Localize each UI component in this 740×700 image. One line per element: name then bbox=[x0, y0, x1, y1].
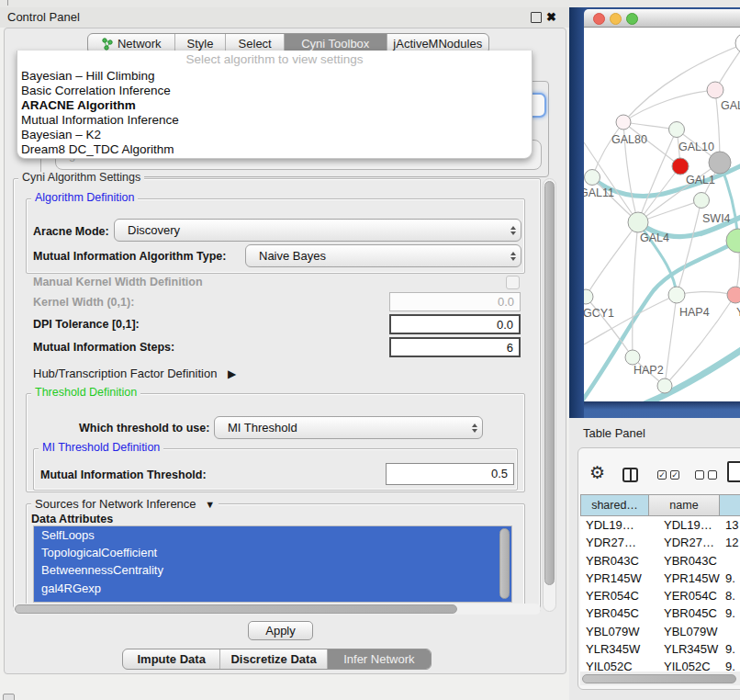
node[interactable] bbox=[735, 33, 740, 53]
node-y[interactable] bbox=[727, 287, 740, 303]
settings-scrollbar-thumb[interactable] bbox=[544, 181, 555, 585]
hub-definition-expander[interactable]: Hub/Transcription Factor Definition ▶ bbox=[33, 367, 236, 380]
network-icon bbox=[101, 38, 114, 51]
sources-collapser[interactable]: Sources for Network Inference ▼ bbox=[31, 497, 219, 511]
table-row[interactable]: YDR27…YDR27…12 bbox=[580, 534, 740, 551]
table-row[interactable]: YPR145WYPR145W9. bbox=[580, 570, 740, 587]
float-window-icon[interactable] bbox=[531, 12, 542, 23]
table-hscrollbar-thumb[interactable] bbox=[582, 674, 736, 683]
node-gal4[interactable] bbox=[628, 212, 648, 232]
node-gal80[interactable] bbox=[616, 115, 631, 130]
settings-hscrollbar-thumb[interactable] bbox=[15, 604, 457, 614]
checked-checkbox-icon[interactable]: ✓ bbox=[670, 470, 679, 480]
control-panel-titlebar: Control Panel bbox=[0, 7, 569, 28]
stepper-icon bbox=[506, 252, 521, 261]
dpi-tolerance-label: DPI Tolerance [0,1]: bbox=[33, 318, 140, 331]
aracne-mode-label: Aracne Mode: bbox=[33, 225, 109, 238]
close-icon[interactable]: ✖ bbox=[546, 8, 556, 27]
column-header-partial[interactable] bbox=[719, 494, 740, 516]
node-hap2[interactable] bbox=[625, 350, 640, 365]
node-labels: GAL GAL80 GAL10 GAL1 GAL11 SWI4 GAL4 GCY… bbox=[584, 99, 740, 377]
list-item-betweennesscentrality[interactable]: BetweennessCentrality bbox=[34, 561, 511, 579]
node-gal10[interactable] bbox=[669, 122, 685, 138]
node-gal1[interactable] bbox=[672, 158, 689, 175]
document-icon[interactable] bbox=[727, 461, 740, 482]
dropdown-item-mutual-information[interactable]: Mutual Information Inference bbox=[17, 113, 532, 128]
aracne-mode-combobox[interactable]: Discovery bbox=[114, 219, 521, 242]
dropdown-item-bayesian-k2[interactable]: Bayesian – K2 bbox=[17, 128, 532, 142]
tab-infer-network[interactable]: Infer Network bbox=[327, 649, 431, 669]
data-attributes-label: Data Attributes bbox=[31, 513, 113, 525]
unchecked-checkbox-icon[interactable] bbox=[708, 470, 717, 480]
close-traffic-light-icon[interactable] bbox=[593, 13, 605, 25]
collapse-down-icon[interactable]: ▼ bbox=[205, 499, 215, 510]
column-header-shared[interactable]: shared… bbox=[580, 494, 649, 516]
mi-steps-field[interactable]: 6 bbox=[389, 337, 521, 357]
control-panel-title: Control Panel bbox=[7, 10, 80, 24]
label-gal4: GAL4 bbox=[640, 231, 669, 244]
column-header-name[interactable]: name bbox=[648, 494, 720, 516]
network-frame-edge bbox=[569, 7, 584, 418]
collapsed-panel-icon[interactable] bbox=[3, 694, 15, 700]
expand-right-icon[interactable]: ▶ bbox=[228, 367, 236, 380]
algorithm-dropdown-list: Select algorithm to view settings Bayesi… bbox=[17, 51, 533, 159]
dropdown-item-aracne[interactable]: ARACNE Algorithm bbox=[17, 98, 532, 113]
table-row[interactable]: YBR045CYBR045C9. bbox=[580, 604, 740, 622]
list-item-gal4rgexp[interactable]: gal4RGexp bbox=[34, 580, 511, 597]
mi-steps-label: Mutual Information Steps: bbox=[33, 341, 174, 354]
threshold-definition-title: Threshold Definition bbox=[31, 387, 140, 399]
node-green-large[interactable] bbox=[726, 229, 740, 253]
checked-checkbox-icon[interactable]: ✓ bbox=[657, 470, 667, 480]
attributes-scrollbar-thumb[interactable] bbox=[499, 528, 510, 599]
table-row[interactable]: YDL19…YDL19…13 bbox=[580, 516, 740, 534]
list-item-partial[interactable] bbox=[34, 597, 511, 603]
table-row[interactable]: YBR043CYBR043C bbox=[580, 552, 740, 570]
table-row[interactable]: YLR345WYLR345W9. bbox=[580, 640, 740, 658]
mi-type-combobox[interactable]: Naive Bayes bbox=[245, 244, 521, 267]
dropdown-item-basic-correlation[interactable]: Basic Correlation Inference bbox=[17, 84, 532, 98]
top-strip bbox=[0, 0, 740, 7]
window-bottom-shadow bbox=[584, 401, 740, 410]
node-gray[interactable] bbox=[709, 152, 731, 174]
node-swi4[interactable] bbox=[694, 193, 710, 209]
dropdown-item-bayesian-hill-climbing[interactable]: Bayesian – Hill Climbing bbox=[17, 69, 532, 84]
zoom-traffic-light-icon[interactable] bbox=[626, 13, 638, 25]
label-gal10: GAL10 bbox=[678, 141, 714, 153]
mi-type-label: Mutual Information Algorithm Type: bbox=[33, 250, 226, 263]
gear-icon[interactable]: ⚙ bbox=[589, 463, 605, 483]
minimize-traffic-light-icon[interactable] bbox=[610, 13, 622, 25]
node-gal-top[interactable] bbox=[707, 82, 723, 98]
dpi-tolerance-field[interactable]: 0.0 bbox=[389, 314, 521, 334]
which-threshold-combobox[interactable]: MI Threshold bbox=[214, 416, 483, 439]
label-gcy1: GCY1 bbox=[584, 307, 614, 320]
dropdown-item-dream8[interactable]: Dream8 DC_TDC Algorithm bbox=[17, 142, 532, 157]
screen: Control Panel ✖ Network Style Select Cyn… bbox=[0, 0, 740, 700]
algorithm-definition-title: Algorithm Definition bbox=[31, 192, 138, 204]
mi-threshold-group-title: MI Threshold Definition bbox=[39, 442, 163, 454]
cyni-settings-title: Cyni Algorithm Settings bbox=[18, 172, 144, 184]
mi-threshold-field[interactable]: 0.5 bbox=[386, 463, 514, 485]
node-bottom[interactable] bbox=[657, 378, 672, 393]
node-gal11[interactable] bbox=[585, 170, 600, 186]
list-item-topologicalcoefficient[interactable]: TopologicalCoefficient bbox=[34, 544, 511, 561]
bottom-tabs: Impute Data Discretize Data Infer Networ… bbox=[122, 649, 432, 670]
apply-button[interactable]: Apply bbox=[248, 621, 313, 640]
list-item-selfloops[interactable]: SelfLoops bbox=[34, 526, 511, 544]
node-hap4[interactable] bbox=[668, 287, 685, 303]
node-gcy1[interactable] bbox=[584, 289, 593, 304]
table-row[interactable]: YIL052CYIL052C9. bbox=[580, 658, 740, 672]
kernel-width-field[interactable]: 0.0 bbox=[389, 292, 521, 311]
table-row[interactable]: YBL079WYBL079W bbox=[580, 623, 740, 640]
network-view-canvas[interactable]: GAL GAL80 GAL10 GAL1 GAL11 SWI4 GAL4 GCY… bbox=[584, 28, 740, 401]
network-window-titlebar[interactable] bbox=[584, 9, 740, 28]
unchecked-checkbox-icon[interactable] bbox=[695, 470, 704, 480]
network-graph: GAL GAL80 GAL10 GAL1 GAL11 SWI4 GAL4 GCY… bbox=[584, 28, 740, 401]
manual-kernel-checkbox[interactable] bbox=[506, 276, 520, 289]
tab-impute-data[interactable]: Impute Data bbox=[123, 649, 219, 669]
table-row[interactable]: YER054CYER054C8. bbox=[580, 587, 740, 604]
table-panel-title: Table Panel bbox=[583, 426, 645, 440]
tab-discretize-data[interactable]: Discretize Data bbox=[219, 649, 326, 669]
column-layout-icon[interactable] bbox=[622, 468, 638, 482]
label-gal1: GAL1 bbox=[686, 174, 715, 186]
stepper-icon bbox=[506, 226, 521, 235]
